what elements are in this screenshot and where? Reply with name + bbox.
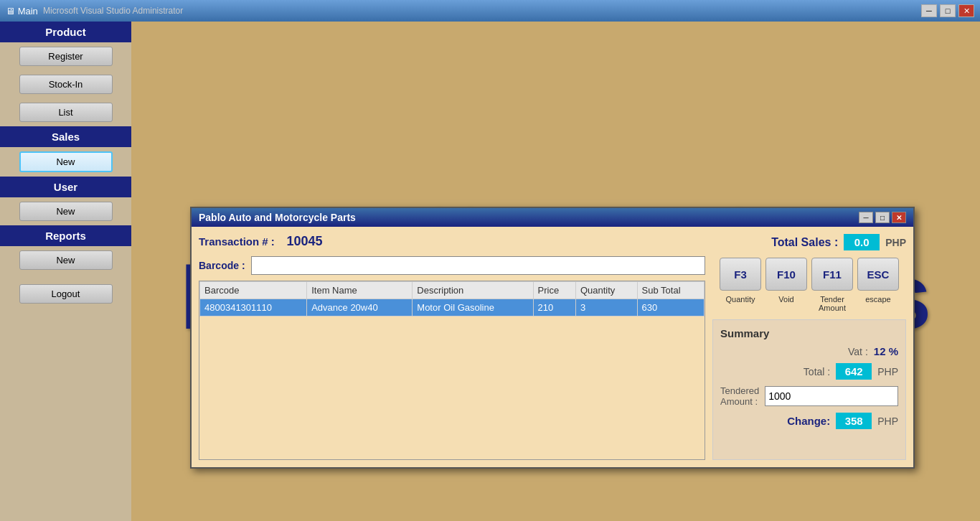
modal-left-panel: Transaction # : 10045 Barcode : [199,234,705,460]
esc-button[interactable]: ESC [857,258,899,291]
total-row: Total : 642 PHP [720,363,898,380]
window-title: Main [18,6,38,17]
list-button[interactable]: List [19,103,113,122]
barcode-input[interactable] [251,256,705,275]
sales-section-header: Sales [0,126,131,147]
col-price: Price [533,282,575,299]
total-value: 642 [836,363,872,380]
close-button[interactable]: ✕ [958,4,974,17]
product-section-header: Product [0,22,131,42]
table-header: Barcode Item Name Description Price Quan… [200,282,705,299]
items-table: Barcode Item Name Description Price Quan… [199,281,705,316]
f10-label: Void [765,295,807,312]
modal-body: Transaction # : 10045 Barcode : [192,227,913,467]
change-label: Change: [787,415,830,427]
cell-description: Motor Oil Gasoline [413,299,533,316]
window-controls: ─ □ ✕ [921,4,974,17]
user-new-button[interactable]: New [19,202,113,221]
reports-new-button[interactable]: New [19,250,113,270]
f3-button[interactable]: F3 [720,258,761,291]
vat-row: Vat : 12 % [720,345,898,357]
table-header-row: Barcode Item Name Description Price Quan… [200,282,705,299]
vat-label: Vat : [848,346,868,357]
cell-barcode: 4800341301110 [200,299,307,316]
vat-value: 12 % [874,345,898,357]
sidebar: Product Register Stock-In List Sales New… [0,22,131,521]
f10-button[interactable]: F10 [765,258,807,291]
cell-quantity: 3 [575,299,637,316]
transaction-row: Transaction # : 10045 [199,234,705,249]
window-subtitle: Microsoft Visual Studio Administrator [43,6,183,16]
modal-close-button[interactable]: ✕ [892,212,906,223]
function-keys-labels: Quantity Void Tender Amount escape [712,295,906,312]
change-value: 358 [836,413,872,429]
stockin-button[interactable]: Stock-In [19,75,113,94]
minimize-button[interactable]: ─ [921,4,937,17]
title-bar: 🖥 Main Microsoft Visual Studio Administr… [0,0,980,22]
barcode-label: Barcode : [199,260,245,271]
col-description: Description [413,282,533,299]
modal-minimize-button[interactable]: ─ [859,212,873,223]
transaction-label: Transaction # : [199,235,275,248]
modal-title-bar: Pablo Auto and Motorcycle Parts ─ □ ✕ [192,208,913,227]
cell-sub_total: 630 [637,299,704,316]
barcode-row: Barcode : [199,256,705,275]
col-barcode: Barcode [200,282,307,299]
cell-price: 210 [533,299,575,316]
modal-maximize-button[interactable]: □ [875,212,890,223]
total-sales-label: Total Sales : [771,236,838,249]
f3-label: Quantity [720,295,761,312]
f11-label: Tender Amount [811,295,853,312]
tendered-label: TenderedAmount : [720,385,759,407]
cell-item_name: Advance 20w40 [307,299,413,316]
sales-modal: Pablo Auto and Motorcycle Parts ─ □ ✕ Tr… [190,207,915,469]
content-area: Pablo Auto and Motorcycle Parts Pablo Au… [131,22,980,521]
main-layout: Product Register Stock-In List Sales New… [0,22,980,521]
window-icon: 🖥 [6,6,15,17]
table-body: 4800341301110Advance 20w40Motor Oil Gaso… [200,299,705,316]
change-row: Change: 358 PHP [720,413,898,429]
user-section-header: User [0,177,131,197]
col-subtotal: Sub Total [637,282,704,299]
total-php: PHP [877,366,898,377]
tendered-input[interactable] [765,386,898,406]
f11-button[interactable]: F11 [811,258,853,291]
logout-button[interactable]: Logout [19,284,113,304]
maximize-button[interactable]: □ [940,4,956,17]
modal-title: Pablo Auto and Motorcycle Parts [199,212,356,223]
table-row[interactable]: 4800341301110Advance 20w40Motor Oil Gaso… [200,299,705,316]
col-quantity: Quantity [575,282,637,299]
total-sales-value: 0.0 [844,234,880,250]
total-label: Total : [804,366,830,377]
modal-controls: ─ □ ✕ [859,212,906,223]
reports-section-header: Reports [0,225,131,246]
sales-new-button[interactable]: New [19,151,113,172]
modal-right-panel: Total Sales : 0.0 PHP F3 F10 F11 ESC Qua… [712,234,906,460]
summary-box: Summary Vat : 12 % Total : 642 PHP Tende… [712,319,906,460]
tendered-row: TenderedAmount : [720,385,898,407]
total-sales-row: Total Sales : 0.0 PHP [712,234,906,250]
items-table-container: Barcode Item Name Description Price Quan… [199,281,705,460]
esc-label: escape [857,295,899,312]
transaction-number: 10045 [287,234,323,248]
col-item-name: Item Name [307,282,413,299]
register-button[interactable]: Register [19,47,113,66]
summary-title: Summary [720,327,898,339]
change-php: PHP [877,416,898,427]
function-keys-row: F3 F10 F11 ESC [712,258,906,291]
total-sales-php: PHP [885,237,906,248]
